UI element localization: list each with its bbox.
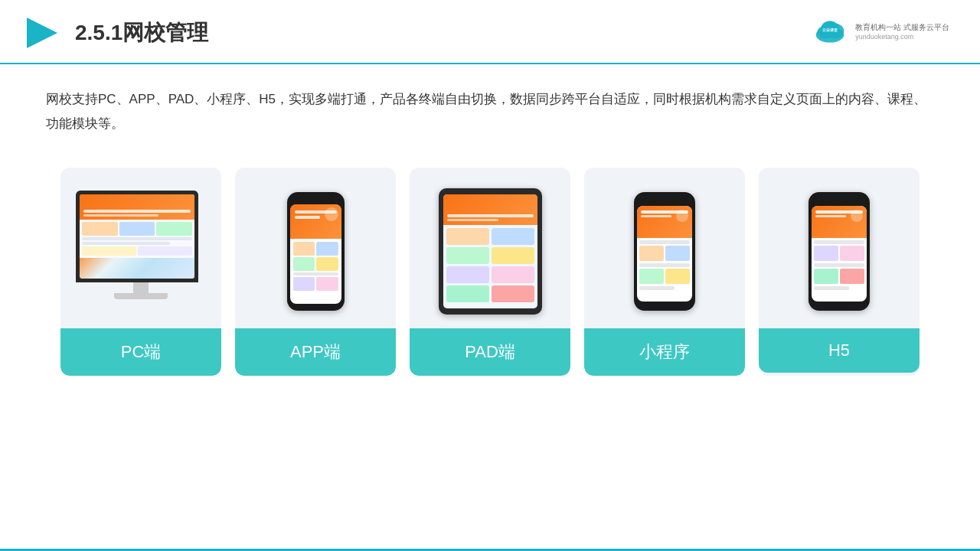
card-miniprogram-label: 小程序 <box>584 328 745 376</box>
page-header: 2.5.1网校管理 云朵课堂 教育机构一站 式服务云平台 yunduoketan… <box>0 0 980 64</box>
card-pc-image <box>60 168 221 328</box>
pc-mockup <box>76 191 206 313</box>
brand-text: 教育机构一站 式服务云平台 yunduoketang.com <box>855 22 949 41</box>
svg-marker-0 <box>27 18 57 48</box>
miniprogram-mockup <box>634 192 695 311</box>
card-pc-label: PC端 <box>60 328 221 376</box>
logo-icon <box>23 14 61 52</box>
card-miniprogram-image <box>584 168 745 328</box>
card-app-image <box>235 168 396 328</box>
card-pad-image <box>410 168 570 328</box>
brand-logo: 云朵课堂 教育机构一站 式服务云平台 yunduoketang.com <box>811 17 949 46</box>
tablet-mockup <box>439 188 542 315</box>
card-pad-label: PAD端 <box>410 328 570 376</box>
svg-text:云朵课堂: 云朵课堂 <box>822 28 838 32</box>
card-app: APP端 <box>235 168 396 376</box>
card-h5-label: H5 <box>759 328 920 373</box>
brand-icon: 云朵课堂 <box>811 17 849 46</box>
cards-container: PC端 <box>0 145 980 399</box>
card-h5: H5 <box>759 168 920 376</box>
card-pc: PC端 <box>60 168 221 376</box>
card-app-label: APP端 <box>235 328 396 376</box>
description-text: 网校支持PC、APP、PAD、小程序、H5，实现多端打通，产品各终端自由切换，数… <box>0 64 980 145</box>
h5-mockup <box>808 192 870 311</box>
card-miniprogram: 小程序 <box>584 168 745 376</box>
page-title: 2.5.1网校管理 <box>75 18 208 47</box>
card-pad: PAD端 <box>410 168 570 376</box>
card-h5-image <box>759 168 920 328</box>
phone-mockup <box>287 192 345 311</box>
